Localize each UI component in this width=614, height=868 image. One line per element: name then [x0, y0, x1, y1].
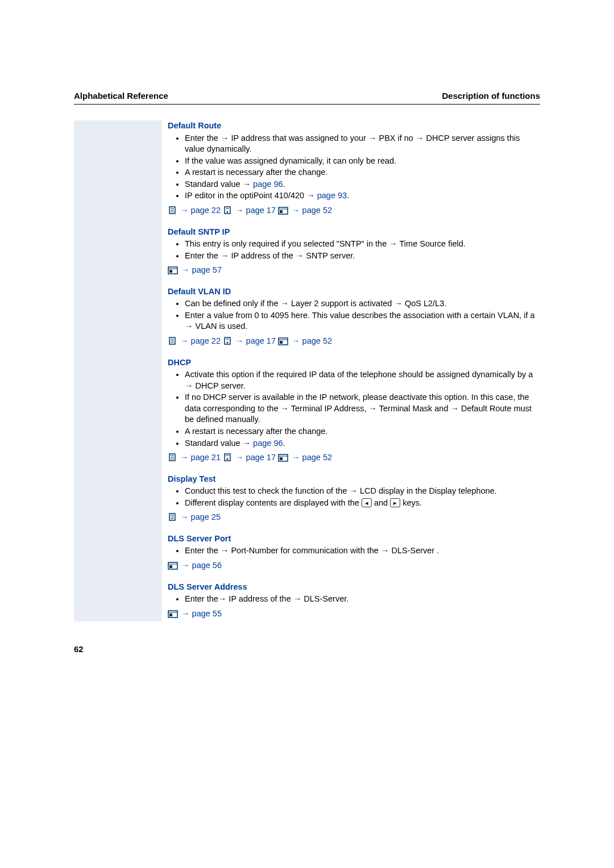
list-item: Enter the → Port-Number for communicatio… — [185, 545, 540, 557]
list-dls-address: Enter the→ IP address of the → DLS-Serve… — [168, 594, 540, 605]
ref-line: → page 22 → page 17 → page 52 — [168, 336, 540, 347]
phone-config-icon — [168, 453, 177, 462]
page-ref[interactable]: page 25 — [191, 512, 221, 521]
list-item: Enter the→ IP address of the → DLS-Serve… — [185, 594, 540, 605]
phone-alt-icon — [223, 336, 232, 345]
list-item: Enter the → IP address that was assigned… — [185, 133, 540, 155]
list-dhcp: Activate this option if the required IP … — [168, 369, 540, 449]
svg-rect-32 — [280, 457, 283, 460]
svg-rect-9 — [280, 210, 283, 213]
web-config-icon — [168, 562, 178, 570]
page-number: 62 — [74, 644, 540, 654]
web-config-icon — [278, 207, 288, 215]
page-ref[interactable]: page 22 — [191, 206, 221, 215]
list-item: If no DHCP server is available in the IP… — [185, 392, 540, 425]
web-config-icon — [168, 610, 178, 618]
web-config-icon — [278, 337, 288, 345]
ref-line: → page 56 — [168, 560, 540, 571]
phone-alt-icon — [223, 206, 232, 215]
heading-dls-server-port: DLS Server Port — [168, 533, 540, 545]
list-item: Enter a value from 0 to 4095 here. This … — [185, 310, 540, 332]
main-content: Default Route Enter the → IP address tha… — [162, 120, 540, 621]
right-key-icon: ▸ — [390, 498, 400, 507]
left-key-icon: ◂ — [362, 498, 372, 507]
list-item: Different display contents are displayed… — [185, 498, 540, 509]
heading-dls-server-address: DLS Server Address — [168, 582, 540, 593]
phone-config-icon — [168, 206, 177, 215]
web-config-icon — [168, 266, 178, 274]
svg-point-18 — [227, 342, 229, 344]
phone-config-icon — [168, 336, 177, 345]
ref-line: → page 22 → page 17 → page 52 — [168, 205, 540, 216]
svg-point-28 — [227, 458, 229, 460]
svg-rect-12 — [169, 270, 172, 273]
page-ref[interactable]: page 57 — [192, 265, 222, 274]
list-item: Standard value → page 96. — [185, 438, 540, 449]
list-item: A restart is necessary after the change. — [185, 167, 540, 178]
page-ref[interactable]: page 22 — [191, 336, 221, 345]
ref-line: → page 55 — [168, 608, 540, 620]
list-item: Standard value → page 96. — [185, 179, 540, 190]
web-config-icon — [278, 454, 288, 462]
list-dls-port: Enter the → Port-Number for communicatio… — [168, 545, 540, 557]
list-display-test: Conduct this test to check the function … — [168, 486, 540, 508]
list-item: Activate this option if the required IP … — [185, 369, 540, 391]
header-right: Description of functions — [442, 91, 541, 101]
ref-line: → page 57 — [168, 265, 540, 276]
svg-point-5 — [227, 211, 229, 212]
page-ref[interactable]: page 52 — [302, 206, 332, 215]
list-item: If the value was assigned dynamically, i… — [185, 156, 540, 167]
header-left: Alphabetical Reference — [74, 91, 168, 101]
ref-line: → page 21 → page 17 → page 52 — [168, 452, 540, 464]
page-ref[interactable]: page 52 — [302, 453, 332, 462]
ref-line: → page 25 — [168, 512, 540, 523]
svg-rect-22 — [280, 341, 283, 344]
page-ref[interactable]: page 21 — [191, 453, 221, 462]
page-ref[interactable]: page 56 — [192, 561, 222, 570]
list-item: Can be defined only if the → Layer 2 sup… — [185, 298, 540, 310]
phone-config-icon — [168, 512, 177, 521]
page-ref[interactable]: page 52 — [302, 336, 332, 345]
left-sidebar — [74, 120, 162, 621]
list-default-vlan: Can be defined only if the → Layer 2 sup… — [168, 298, 540, 332]
heading-default-sntp-ip: Default SNTP IP — [168, 227, 540, 238]
heading-default-route: Default Route — [168, 120, 540, 132]
page-ref[interactable]: page 17 — [246, 453, 276, 462]
list-item: IP editor in the optiPoint 410/420 → pag… — [185, 190, 540, 202]
list-default-route: Enter the → IP address that was assigned… — [168, 133, 540, 202]
list-item: This entry is only required if you selec… — [185, 239, 540, 250]
page-ref[interactable]: page 55 — [192, 609, 222, 618]
svg-rect-42 — [169, 614, 172, 616]
page-ref[interactable]: page 17 — [246, 336, 276, 345]
phone-alt-icon — [223, 453, 232, 462]
list-item: Conduct this test to check the function … — [185, 486, 540, 497]
heading-display-test: Display Test — [168, 474, 540, 485]
list-item: A restart is necessary after the change. — [185, 426, 540, 437]
heading-dhcp: DHCP — [168, 357, 540, 369]
svg-rect-39 — [169, 565, 172, 568]
list-default-sntp: This entry is only required if you selec… — [168, 239, 540, 261]
header-rule — [74, 104, 540, 105]
heading-default-vlan-id: Default VLAN ID — [168, 286, 540, 298]
list-item: Enter the → IP address of the → SNTP ser… — [185, 251, 540, 262]
page-ref[interactable]: page 17 — [246, 206, 276, 215]
